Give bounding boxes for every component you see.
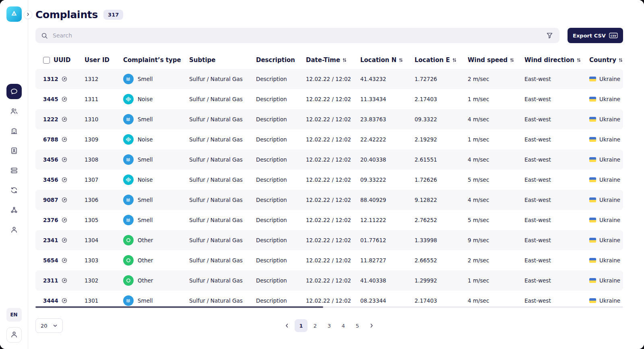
column-header-date-time[interactable]: Date-Time — [306, 56, 360, 64]
uuid-value[interactable]: 2311 — [43, 277, 58, 284]
table-row[interactable]: 34451311NoiseSulfur / Natural GasDescrip… — [35, 89, 623, 109]
cell-user-id: 1302 — [85, 277, 123, 284]
open-complaint-icon[interactable] — [62, 217, 67, 223]
cell-location-n: 11.82727 — [360, 257, 415, 264]
prev-page-button[interactable] — [281, 319, 293, 332]
country-label: Ukraine — [599, 156, 620, 163]
sort-icon[interactable] — [577, 58, 581, 62]
open-complaint-icon[interactable] — [62, 177, 67, 183]
scrollbar-thumb[interactable] — [35, 306, 323, 308]
cell-description: Description — [256, 136, 306, 143]
sidebar-item-network[interactable] — [6, 202, 22, 218]
cell-user-id: 1311 — [85, 96, 123, 102]
cell-date-time: 12.02.22 / 12:02 — [306, 136, 360, 143]
sidebar-item-records[interactable] — [6, 163, 22, 178]
uuid-value[interactable]: 1222 — [43, 116, 58, 123]
sidebar-item-account[interactable] — [6, 222, 22, 237]
uuid-value[interactable]: 5654 — [43, 257, 58, 264]
sort-icon[interactable] — [510, 58, 514, 62]
open-complaint-icon[interactable] — [62, 116, 67, 122]
select-all-checkbox[interactable] — [43, 57, 50, 64]
table-row[interactable]: 34561308SmellSulfur / Natural GasDescrip… — [35, 150, 623, 170]
open-complaint-icon[interactable] — [62, 76, 67, 82]
cell-uuid: 9087 — [35, 197, 85, 203]
uuid-value[interactable]: 1312 — [43, 76, 58, 82]
table-row[interactable]: 12221310SmellSulfur / Natural GasDescrip… — [35, 109, 623, 129]
column-header-wind-speed[interactable]: Wind speed — [468, 56, 524, 64]
cell-uuid: 3445 — [35, 96, 85, 102]
column-header-location-n[interactable]: Location N — [360, 56, 415, 64]
column-header-location-e[interactable]: Location E — [415, 56, 468, 64]
uuid-value[interactable]: 2376 — [43, 217, 58, 223]
table-row[interactable]: 34561307NoiseSulfur / Natural GasDescrip… — [35, 170, 623, 190]
sort-icon[interactable] — [619, 58, 623, 62]
uuid-value[interactable]: 6788 — [43, 136, 58, 143]
cell-location-e: 2.61551 — [415, 156, 468, 163]
open-complaint-icon[interactable] — [62, 298, 67, 303]
table-row[interactable]: 56541303OtherSulfur / Natural GasDescrip… — [35, 250, 623, 270]
ukraine-flag-icon — [589, 258, 596, 263]
sidebar-item-users[interactable] — [6, 104, 22, 119]
profile-button[interactable] — [6, 327, 22, 343]
search-bar[interactable] — [35, 28, 559, 43]
uuid-value[interactable]: 9087 — [43, 197, 58, 203]
uuid-value[interactable]: 3456 — [43, 156, 58, 163]
table-row[interactable]: 13121312SmellSulfur / Natural GasDescrip… — [35, 69, 623, 89]
filter-icon[interactable] — [545, 31, 554, 39]
sidebar-item-complaints[interactable] — [6, 84, 22, 99]
page-button-1[interactable]: 1 — [295, 319, 308, 332]
sidebar-item-buildings[interactable] — [6, 123, 22, 139]
sort-icon[interactable] — [452, 58, 456, 62]
complaint-type-label: Smell — [138, 76, 153, 82]
sidebar-item-sync[interactable] — [6, 183, 22, 198]
sidebar-item-id-badge[interactable] — [6, 143, 22, 158]
sort-icon[interactable] — [399, 58, 403, 62]
sound-bars-icon — [123, 94, 134, 104]
csv-icon: CSV — [609, 33, 618, 38]
next-page-button[interactable] — [365, 319, 378, 332]
ukraine-flag-icon — [589, 77, 596, 81]
app-window: EN Complaints 317 Export CSV CSV — [0, 0, 644, 349]
sort-icon[interactable] — [343, 58, 347, 62]
complaint-type-label: Smell — [138, 156, 153, 163]
page-button-2[interactable]: 2 — [309, 319, 322, 332]
uuid-value[interactable]: 3444 — [43, 297, 58, 304]
open-complaint-icon[interactable] — [62, 258, 67, 263]
table-row[interactable]: 23761305SmellSulfur / Natural GasDescrip… — [35, 210, 623, 230]
language-switcher[interactable]: EN — [6, 308, 22, 322]
column-header-country[interactable]: Country — [589, 56, 623, 64]
cell-subtype: Sulfur / Natural Gas — [189, 237, 256, 243]
column-header-wind-direction[interactable]: Wind direction — [524, 56, 589, 64]
page-button-5[interactable]: 5 — [351, 319, 364, 332]
horizontal-scrollbar[interactable] — [35, 306, 623, 308]
open-complaint-icon[interactable] — [62, 197, 67, 203]
sidebar-collapse-button[interactable] — [24, 10, 32, 19]
waves-icon — [123, 114, 134, 125]
export-csv-button[interactable]: Export CSV CSV — [568, 28, 623, 43]
open-complaint-icon[interactable] — [62, 137, 67, 142]
uuid-value[interactable]: 2341 — [43, 237, 58, 243]
cell-description: Description — [256, 217, 306, 223]
uuid-value[interactable]: 3445 — [43, 96, 58, 102]
open-complaint-icon[interactable] — [62, 237, 67, 243]
table-row[interactable]: 90871306SmellSulfur / Natural GasDescrip… — [35, 190, 623, 210]
table-row[interactable]: 67881309NoiseSulfur / Natural GasDescrip… — [35, 129, 623, 150]
cell-wind-speed: 4 m/sec — [468, 156, 524, 163]
open-complaint-icon[interactable] — [62, 96, 67, 102]
table-row[interactable]: 23111302OtherSulfur / Natural GasDescrip… — [35, 270, 623, 291]
search-input[interactable] — [52, 32, 541, 39]
table-header-row: UUIDUser IDComplaint’s typeSubtipeDescri… — [35, 51, 623, 69]
page-size-select[interactable]: 20 — [35, 318, 63, 333]
open-complaint-icon[interactable] — [62, 278, 67, 283]
chat-icon — [10, 87, 18, 96]
page-button-4[interactable]: 4 — [337, 319, 350, 332]
open-complaint-icon[interactable] — [62, 157, 67, 162]
table-row[interactable]: 23411304OtherSulfur / Natural GasDescrip… — [35, 230, 623, 250]
cell-wind-speed: 1 m/sec — [468, 96, 524, 102]
pagination-bar: 20 12345 — [35, 318, 623, 334]
app-logo[interactable] — [6, 6, 22, 22]
page-button-3[interactable]: 3 — [323, 319, 336, 332]
cell-wind-direction: East-west — [524, 257, 589, 264]
uuid-value[interactable]: 3456 — [43, 177, 58, 183]
sound-bars-icon — [123, 174, 134, 185]
